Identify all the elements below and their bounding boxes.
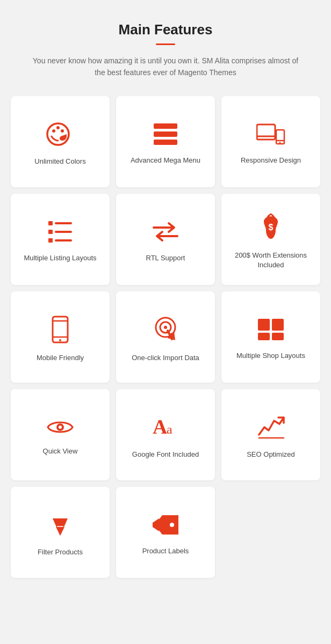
feature-card-responsive-design: Responsive Design bbox=[221, 96, 320, 187]
quick-view-label: Quick View bbox=[43, 447, 78, 456]
feature-card-multiple-shop-layouts: Multiple Shop Layouts bbox=[221, 291, 320, 383]
svg-point-3 bbox=[61, 129, 64, 133]
svg-point-11 bbox=[279, 142, 281, 143]
mobile-friendly-label: Mobile Friendly bbox=[37, 353, 84, 363]
seo-optimized-icon bbox=[257, 414, 285, 440]
one-click-import-icon bbox=[153, 316, 178, 343]
svg-rect-15 bbox=[55, 222, 72, 224]
page-wrapper: Main Features You never know how amazing… bbox=[0, 0, 331, 599]
feature-card-mobile-friendly: Mobile Friendly bbox=[11, 291, 110, 383]
svg-rect-12 bbox=[48, 221, 53, 225]
feature-card-product-labels: Product Labels bbox=[116, 487, 215, 578]
filter-products-icon bbox=[47, 512, 73, 538]
svg-point-24 bbox=[59, 339, 61, 341]
svg-point-1 bbox=[52, 129, 55, 133]
svg-rect-16 bbox=[55, 231, 72, 233]
svg-rect-29 bbox=[272, 319, 284, 331]
seo-optimized-label: SEO Optimized bbox=[247, 450, 295, 459]
multiple-shop-layouts-label: Multiple Shop Layouts bbox=[236, 351, 305, 361]
multiple-shop-layouts-icon bbox=[257, 318, 285, 341]
filter-products-label: Filter Products bbox=[38, 547, 83, 557]
multiple-listing-layouts-icon bbox=[47, 220, 73, 244]
advanced-mega-menu-icon bbox=[153, 122, 178, 146]
multiple-listing-layouts-label: Multiple Listing Layouts bbox=[24, 253, 96, 263]
features-grid: Unlimited Colors Advanced Mega Menu Resp… bbox=[11, 96, 320, 578]
svg-rect-14 bbox=[48, 238, 53, 243]
svg-text:$: $ bbox=[269, 223, 274, 232]
one-click-import-label: One-click Import Data bbox=[132, 353, 199, 363]
rtl-support-label: RTL Support bbox=[146, 253, 185, 263]
section-description: You never know how amazing it is until y… bbox=[31, 55, 300, 79]
feature-card-rtl-support: RTL Support bbox=[116, 194, 215, 285]
svg-point-40 bbox=[170, 523, 174, 527]
unlimited-colors-label: Unlimited Colors bbox=[34, 157, 85, 166]
feature-card-advanced-mega-menu: Advanced Mega Menu bbox=[116, 96, 215, 187]
svg-rect-31 bbox=[272, 333, 284, 340]
svg-rect-17 bbox=[55, 239, 72, 241]
feature-card-one-click-import: One-click Import Data bbox=[116, 291, 215, 383]
title-underline bbox=[156, 43, 175, 45]
svg-text:a: a bbox=[167, 422, 172, 436]
feature-card-filter-products: Filter Products bbox=[11, 487, 110, 578]
200-worth-label: 200$ Worth Extensions Included bbox=[230, 251, 312, 270]
responsive-design-label: Responsive Design bbox=[241, 156, 301, 165]
svg-point-2 bbox=[56, 126, 60, 129]
feature-card-200-worth: $ 200$ Worth Extensions Included bbox=[221, 194, 320, 285]
feature-card-google-font: A a Google Font Included bbox=[116, 389, 215, 480]
feature-card-quick-view: Quick View bbox=[11, 389, 110, 480]
quick-view-icon bbox=[46, 418, 75, 437]
rtl-support-icon bbox=[152, 220, 179, 244]
advanced-mega-menu-label: Advanced Mega Menu bbox=[131, 156, 200, 165]
google-font-label: Google Font Included bbox=[132, 450, 199, 459]
unlimited-colors-icon bbox=[46, 121, 74, 147]
feature-card-unlimited-colors: Unlimited Colors bbox=[11, 96, 110, 187]
svg-rect-28 bbox=[258, 319, 270, 331]
svg-point-27 bbox=[164, 326, 167, 329]
product-labels-label: Product Labels bbox=[142, 546, 189, 556]
svg-rect-7 bbox=[257, 125, 275, 140]
responsive-design-icon bbox=[256, 122, 285, 146]
svg-point-33 bbox=[59, 426, 62, 429]
svg-rect-5 bbox=[154, 131, 177, 137]
svg-rect-30 bbox=[258, 333, 270, 340]
mobile-friendly-icon bbox=[52, 316, 69, 343]
svg-rect-6 bbox=[154, 140, 177, 145]
svg-rect-4 bbox=[154, 123, 177, 129]
svg-text:A: A bbox=[153, 415, 168, 438]
feature-card-multiple-listing-layouts: Multiple Listing Layouts bbox=[11, 194, 110, 285]
product-labels-icon bbox=[152, 513, 179, 537]
feature-card-seo-optimized: SEO Optimized bbox=[221, 389, 320, 480]
200-worth-icon: $ bbox=[258, 213, 283, 241]
google-font-icon: A a bbox=[152, 414, 179, 440]
svg-marker-39 bbox=[56, 527, 64, 536]
svg-rect-9 bbox=[276, 130, 284, 144]
svg-rect-13 bbox=[48, 230, 53, 234]
section-title: Main Features bbox=[11, 21, 320, 38]
